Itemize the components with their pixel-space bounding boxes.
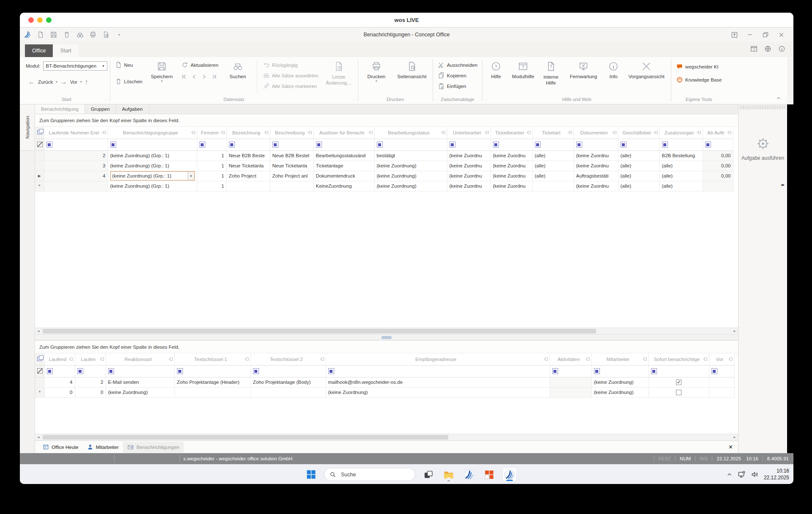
table-cell[interactable]: bestätigt <box>374 150 447 161</box>
filter-cell[interactable] <box>703 139 733 150</box>
paste-button[interactable]: Einfügen <box>436 81 480 91</box>
checkbox[interactable] <box>676 380 681 385</box>
up-arrow-icon[interactable]: ↑ <box>84 78 88 86</box>
filter-button-icon[interactable] <box>535 142 541 148</box>
print-preview-icon[interactable] <box>102 30 110 39</box>
table-row[interactable]: *(keine Zuordnung) (Grp.: 1)1KeineZuordn… <box>35 181 733 191</box>
pin-icon[interactable] <box>569 131 572 134</box>
back-button[interactable]: Zurück <box>38 79 53 85</box>
column-header[interactable]: Auslöser für Benachr <box>313 127 374 139</box>
process-view-button[interactable]: Vorgangsansicht <box>624 60 668 79</box>
filter-edit-icon[interactable] <box>35 139 44 150</box>
taskbar-search[interactable] <box>324 468 415 481</box>
filter-cell[interactable] <box>108 139 197 150</box>
print-icon[interactable] <box>89 30 97 39</box>
table-cell[interactable]: 0,00 <box>703 150 733 161</box>
filter-cell[interactable] <box>374 139 447 150</box>
filter-button-icon[interactable] <box>108 368 114 374</box>
remote-support-button[interactable]: Fernwartung <box>564 60 602 79</box>
table-row[interactable]: ▶4(keine Zuordnung) (Grp.: 1)▼1Zoho Proj… <box>35 171 733 181</box>
table-cell[interactable] <box>270 181 313 191</box>
pin-icon[interactable] <box>246 358 249 361</box>
bottom-grid[interactable]: LaufendLaufenReaktionsartTextschlüssel 1… <box>35 353 738 434</box>
table-cell[interactable]: Dokumentendruck <box>313 171 374 181</box>
info-icon[interactable] <box>777 44 786 53</box>
column-header[interactable]: Dokumenten <box>574 127 618 139</box>
combo-editor[interactable]: (keine Zuordnung) (Grp.: 1)▼ <box>110 171 195 180</box>
table-cell[interactable]: (keine Zuordnung) <box>591 387 649 397</box>
table-cell[interactable]: 1 <box>197 150 226 161</box>
pin-icon[interactable] <box>370 131 373 134</box>
table-cell[interactable] <box>44 181 108 191</box>
tray-chevron-up-icon[interactable] <box>726 471 733 478</box>
ribbon-collapse-icon[interactable] <box>776 95 782 101</box>
save-button[interactable]: Speichern ▾ <box>146 60 177 83</box>
tab-gruppen[interactable]: Gruppen <box>85 104 116 114</box>
filter-button-icon[interactable] <box>594 368 600 374</box>
table-cell[interactable] <box>649 377 709 387</box>
pin-icon[interactable] <box>698 131 701 134</box>
filter-cell[interactable] <box>550 365 591 377</box>
table-cell[interactable] <box>709 377 734 387</box>
tab-office-heute[interactable]: Office Heute <box>38 442 83 453</box>
pin-icon[interactable] <box>192 131 195 134</box>
save-dropdown-icon[interactable]: ▾ <box>161 79 163 83</box>
module-help-button[interactable]: ? Modulhilfe <box>509 60 537 79</box>
filter-button-icon[interactable] <box>662 142 668 148</box>
pin-icon[interactable] <box>545 358 548 361</box>
task-panel-label[interactable]: Aufgabe ausführen <box>738 155 787 161</box>
filter-button-icon[interactable] <box>229 142 235 148</box>
modul-dropdown[interactable]: BT-Benachrichtigungen ▼ <box>43 61 107 71</box>
pin-icon[interactable] <box>101 358 104 361</box>
filter-cell[interactable] <box>532 139 574 150</box>
column-header[interactable]: Firmenn <box>197 127 226 139</box>
filter-button-icon[interactable] <box>493 142 499 148</box>
table-cell[interactable]: (keine Zuordnung) (Grp.: 1) <box>108 150 197 161</box>
table-cell[interactable]: Zoho Projektanlage (Body) <box>251 377 326 387</box>
close-icon[interactable] <box>777 31 785 38</box>
filter-button-icon[interactable] <box>377 142 383 148</box>
mark-all-records-button[interactable]: Alle Sätze markieren <box>261 81 321 91</box>
back-dropdown-icon[interactable]: ▾ <box>56 80 57 84</box>
table-cell[interactable] <box>709 387 734 397</box>
table-cell[interactable]: (alle) <box>618 161 659 171</box>
filter-cell[interactable] <box>197 139 226 150</box>
table-cell[interactable]: Neue B2B Beste <box>226 150 270 161</box>
pin-icon[interactable] <box>170 358 173 361</box>
wegscheider-ki-button[interactable]: wegscheider KI <box>674 61 724 72</box>
table-cell[interactable]: (alle) <box>532 171 574 181</box>
undo-button[interactable]: Rückgängig <box>261 60 321 70</box>
filter-cell[interactable] <box>649 365 709 377</box>
copy-button[interactable]: Kopieren <box>436 70 480 81</box>
top-horizontal-scrollbar[interactable]: ◄ ► <box>35 328 738 334</box>
table-cell[interactable]: Ticketanlage <box>313 161 374 171</box>
pin-icon[interactable] <box>587 358 590 361</box>
column-header[interactable]: Geschäftsber <box>618 127 659 139</box>
forward-dropdown-icon[interactable]: ▾ <box>80 80 82 84</box>
filter-button-icon[interactable] <box>711 368 717 374</box>
filter-cell[interactable] <box>44 139 108 150</box>
search-binoculars-icon[interactable] <box>76 30 84 39</box>
panel-collapse-icon[interactable]: ◂▸ <box>781 183 785 187</box>
top-grid[interactable]: Laufende Nummer EreiBenachrichtigungsgru… <box>35 127 738 328</box>
filter-button-icon[interactable] <box>328 368 334 374</box>
table-cell[interactable]: E-Mail senden <box>106 377 174 387</box>
table-cell[interactable] <box>226 181 270 191</box>
column-header[interactable]: Ticketart <box>532 127 574 139</box>
table-cell[interactable]: (keine Zuordnung) (Grp.: 1) <box>108 181 197 191</box>
pin-icon[interactable] <box>321 358 324 361</box>
filter-button-icon[interactable] <box>272 142 278 148</box>
table-cell[interactable]: (alle) <box>618 181 659 191</box>
table-cell[interactable]: (keine Zuordnung) (Grp.: 1) <box>108 161 197 171</box>
tab-benachrichtigung[interactable]: Benachrichtigung <box>35 104 85 114</box>
print-dropdown-icon[interactable]: ▾ <box>376 79 377 83</box>
pin-icon[interactable] <box>486 131 489 134</box>
search-button[interactable]: Suchen <box>222 60 253 79</box>
filter-cell[interactable] <box>447 139 490 150</box>
table-cell[interactable]: (alle) <box>618 171 659 181</box>
table-cell[interactable] <box>550 377 591 387</box>
pin-icon[interactable] <box>730 358 733 361</box>
column-header[interactable]: Laufende Nummer Erei <box>44 127 108 139</box>
table-cell[interactable] <box>550 387 591 397</box>
filter-button-icon[interactable] <box>705 142 711 148</box>
